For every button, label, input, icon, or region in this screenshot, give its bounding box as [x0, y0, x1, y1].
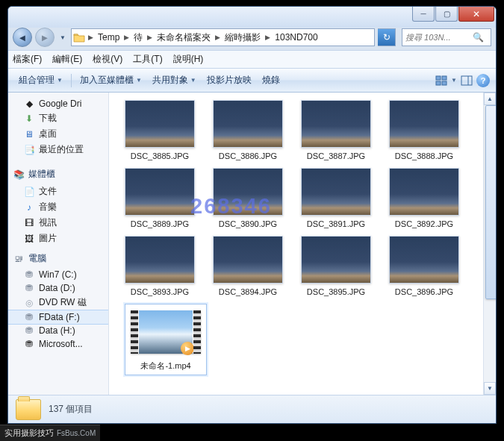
file-item[interactable]: DSC_3893.JPG	[122, 236, 197, 296]
sidebar-item-drive-c[interactable]: ⛃Win7 (C:)	[8, 268, 108, 281]
sidebar-item-drive-h[interactable]: ⛃Data (H:)	[8, 324, 108, 337]
cmd-slideshow[interactable]: 投影片放映	[202, 72, 256, 89]
maximize-button[interactable]: ▢	[435, 7, 458, 22]
libraries-icon: 📚	[13, 169, 25, 180]
sidebar-item-label: FData (F:)	[39, 312, 80, 322]
sidebar-item-google-drive[interactable]: ◆Google Dri	[8, 97, 108, 110]
file-item[interactable]: DSC_3885.JPG	[122, 100, 197, 160]
image-thumbnail	[389, 100, 459, 148]
breadcrumb-segment[interactable]: Temp	[95, 32, 122, 43]
thumbnails-area[interactable]: DSC_3885.JPG DSC_3886.JPG DSC_3887.JPG D…	[109, 93, 483, 383]
nav-pane: ◆Google Dri ⬇下載 🖥桌面 📑最近的位置 📚媒體櫃 📄文件 ♪音樂 …	[8, 93, 109, 395]
sidebar-item-label: 桌面	[39, 128, 57, 140]
view-options-button[interactable]	[433, 72, 449, 89]
help-button[interactable]: ?	[476, 74, 490, 87]
nav-row: ◄ ► ▼ ▶ Temp ▶ 待 ▶ 未命名檔案夾 ▶ 縮時攝影 ▶ 103ND…	[8, 28, 496, 50]
sidebar-item-microsoft[interactable]: ⛃Microsoft...	[8, 337, 108, 351]
menu-view[interactable]: 檢視(V)	[93, 53, 122, 66]
status-text: 137 個項目	[49, 403, 93, 416]
cmd-include-library[interactable]: 加入至媒體櫃▼	[75, 72, 146, 89]
search-icon[interactable]: 🔍	[470, 32, 486, 43]
drive-icon: ⛃	[23, 283, 35, 293]
sidebar-item-drive-d[interactable]: ⛃Data (D:)	[8, 281, 108, 295]
breadcrumb-segment[interactable]: 縮時攝影	[222, 31, 264, 44]
cmd-organize[interactable]: 組合管理▼	[14, 72, 67, 89]
menu-help[interactable]: 說明(H)	[173, 53, 204, 66]
sidebar-item-videos[interactable]: 🎞視訊	[8, 215, 108, 231]
file-item[interactable]: DSC_3894.JPG	[211, 236, 285, 296]
file-item[interactable]: DSC_3888.JPG	[387, 100, 461, 160]
sidebar-item-pictures[interactable]: 🖼圖片	[8, 231, 108, 246]
chevron-right-icon[interactable]: ▶	[264, 34, 272, 41]
image-thumbnail	[389, 236, 459, 284]
nav-forward-button[interactable]: ►	[35, 28, 55, 47]
file-name: DSC_3885.JPG	[131, 151, 189, 160]
preview-pane-button[interactable]	[458, 72, 475, 89]
file-item[interactable]: DSC_3886.JPG	[211, 100, 285, 160]
search-box[interactable]: 🔍	[402, 28, 491, 46]
site-domain: FsBus.CoM	[57, 429, 96, 437]
breadcrumb-segment[interactable]: 未命名檔案夾	[154, 31, 214, 44]
sidebar-libraries-header[interactable]: 📚媒體櫃	[8, 162, 108, 184]
vertical-scrollbar[interactable]: ▲ ▼	[483, 93, 496, 395]
sidebar-item-label: 視訊	[39, 216, 57, 229]
file-name: DSC_3886.JPG	[219, 151, 277, 160]
file-name: DSC_3895.JPG	[307, 287, 365, 296]
sidebar-item-desktop[interactable]: 🖥桌面	[8, 126, 108, 142]
file-item[interactable]: DSC_3895.JPG	[299, 236, 373, 296]
sidebar-item-drive-f[interactable]: ⛃FData (F:)	[8, 310, 108, 324]
chevron-down-icon[interactable]: ▼	[451, 77, 457, 84]
sidebar-item-documents[interactable]: 📄文件	[8, 184, 108, 199]
cmd-share[interactable]: 共用對象▼	[148, 72, 201, 89]
address-bar[interactable]: ▶ Temp ▶ 待 ▶ 未命名檔案夾 ▶ 縮時攝影 ▶ 103ND700	[71, 28, 375, 46]
pictures-icon: 🖼	[23, 234, 35, 244]
image-thumbnail	[125, 236, 195, 284]
minimize-button[interactable]: ─	[412, 7, 435, 22]
file-item[interactable]: DSC_3890.JPG	[211, 168, 285, 228]
file-item[interactable]: DSC_3887.JPG	[299, 100, 373, 160]
file-name: DSC_3896.JPG	[395, 287, 453, 296]
sidebar-item-recent[interactable]: 📑最近的位置	[8, 142, 108, 157]
chevron-right-icon[interactable]: ▶	[214, 34, 222, 41]
chevron-right-icon[interactable]: ▶	[146, 34, 154, 41]
chevron-right-icon[interactable]: ▶	[122, 34, 131, 41]
search-input[interactable]	[402, 33, 470, 42]
image-thumbnail	[389, 168, 459, 216]
nav-back-button[interactable]: ◄	[13, 28, 32, 47]
music-icon: ♪	[23, 202, 35, 213]
scroll-up-button[interactable]: ▲	[484, 93, 496, 105]
image-thumbnail	[213, 100, 283, 148]
scroll-track[interactable]	[484, 105, 496, 382]
menu-edit[interactable]: 編輯(E)	[52, 53, 82, 66]
breadcrumb-segment[interactable]: 待	[131, 31, 146, 44]
sidebar-item-dvd[interactable]: ◎DVD RW 磁	[8, 295, 108, 310]
computer-icon: 🖳	[13, 254, 25, 264]
chevron-right-icon[interactable]: ▶	[87, 34, 95, 41]
sidebar-computer-header[interactable]: 🖳電腦	[8, 246, 108, 268]
sidebar-item-music[interactable]: ♪音樂	[8, 199, 108, 215]
file-item[interactable]: DSC_3891.JPG	[299, 168, 373, 228]
file-name: DSC_3887.JPG	[307, 151, 365, 160]
file-view: DSC_3885.JPG DSC_3886.JPG DSC_3887.JPG D…	[109, 93, 496, 395]
sidebar-item-label: 圖片	[39, 232, 57, 245]
cmd-burn[interactable]: 燒錄	[258, 72, 284, 89]
close-button[interactable]: ✕	[458, 7, 494, 22]
nav-history-dropdown[interactable]: ▼	[57, 29, 68, 46]
video-selection: ▶ 未命名-1.mp4	[125, 304, 207, 375]
file-item[interactable]: DSC_3892.JPG	[387, 168, 461, 228]
sidebar-resize-handle[interactable]	[104, 93, 108, 395]
file-item-video[interactable]: ▶ 未命名-1.mp4	[122, 304, 209, 375]
file-item[interactable]: DSC_3889.JPG	[122, 168, 197, 228]
menu-file[interactable]: 檔案(F)	[13, 53, 42, 66]
image-thumbnail	[301, 100, 371, 148]
file-item[interactable]: DSC_3896.JPG	[387, 236, 461, 296]
breadcrumb-segment[interactable]: 103ND700	[272, 32, 320, 43]
command-bar: 組合管理▼ 加入至媒體櫃▼ 共用對象▼ 投影片放映 燒錄 ▼ ?	[8, 69, 496, 93]
sidebar-item-label: 文件	[39, 185, 57, 198]
svg-rect-4	[461, 76, 472, 85]
scroll-thumb[interactable]	[485, 105, 496, 299]
menu-tools[interactable]: 工具(T)	[133, 53, 162, 66]
scroll-down-button[interactable]: ▼	[484, 382, 496, 395]
sidebar-item-downloads[interactable]: ⬇下載	[8, 110, 108, 126]
refresh-button[interactable]: ↻	[378, 28, 396, 46]
